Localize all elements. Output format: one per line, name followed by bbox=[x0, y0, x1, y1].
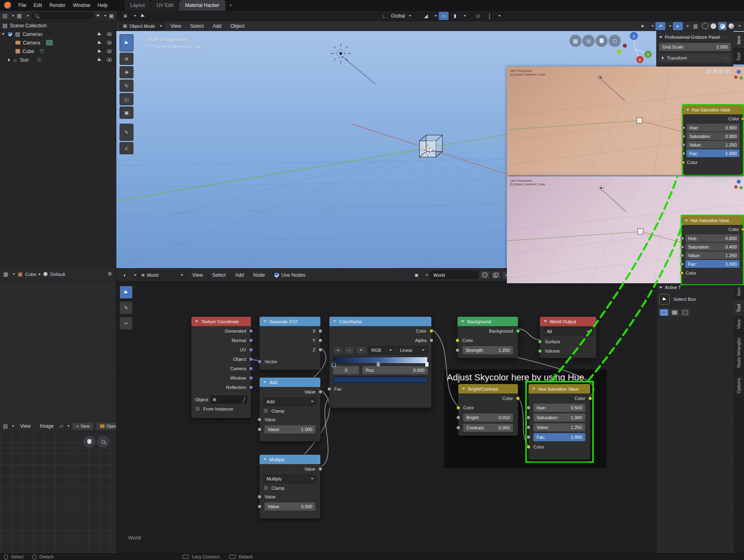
tab-options[interactable]: Options bbox=[733, 373, 744, 398]
node-menu-add[interactable]: Add bbox=[231, 270, 247, 280]
socket-normal[interactable] bbox=[249, 338, 253, 342]
fake-user-shield-icon[interactable] bbox=[480, 271, 489, 279]
outliner-row-cameras[interactable]: ▤ Cameras bbox=[0, 30, 116, 38]
socket-value-out[interactable] bbox=[318, 467, 322, 471]
tool-annotate[interactable]: ✎ bbox=[120, 124, 133, 141]
proportional-editing-icon[interactable]: ◎ bbox=[473, 12, 483, 20]
zoom-icon[interactable] bbox=[609, 35, 621, 47]
cameras-checkbox[interactable] bbox=[8, 32, 12, 36]
gridsize-panel-header[interactable]: Professional Gridsize Panel :::: bbox=[659, 33, 731, 42]
tool-scale[interactable]: ◱ bbox=[120, 93, 133, 105]
socket-z[interactable] bbox=[318, 348, 322, 352]
image-menu-image[interactable]: Image bbox=[36, 420, 57, 432]
add-stop-button[interactable]: + bbox=[333, 347, 343, 354]
hue-field[interactable]: Hue:0.500 bbox=[533, 404, 585, 412]
filter-icon[interactable] bbox=[96, 15, 100, 17]
pin-icon[interactable] bbox=[107, 271, 113, 278]
socket-volume-in[interactable] bbox=[538, 349, 542, 353]
tab-tool[interactable]: Tool bbox=[733, 48, 744, 64]
outliner-filter-mode-icon[interactable]: ▦ bbox=[17, 13, 22, 18]
socket-reflection[interactable] bbox=[249, 385, 253, 389]
mode-select[interactable]: ▣Object Mode bbox=[120, 22, 165, 30]
image-canvas[interactable] bbox=[0, 432, 116, 553]
socket-value-in[interactable] bbox=[526, 425, 531, 429]
new-image-button[interactable]: +New bbox=[72, 422, 93, 430]
socket-surface-in[interactable] bbox=[538, 340, 542, 344]
selectable-icon[interactable] bbox=[98, 49, 102, 53]
socket-color-in[interactable] bbox=[526, 445, 531, 449]
snap-target-icon[interactable]: ◢ bbox=[421, 12, 431, 20]
stop-index-field[interactable]: 0 bbox=[333, 366, 359, 374]
zoom-icon[interactable] bbox=[97, 436, 109, 448]
socket-background-out[interactable] bbox=[516, 329, 520, 333]
browse-image-icon[interactable]: ▱ bbox=[59, 423, 63, 429]
drag-grip-icon[interactable]: :::: bbox=[722, 35, 728, 39]
socket-value-in1[interactable] bbox=[258, 418, 262, 422]
snap-magnet-icon[interactable]: ∩ bbox=[439, 12, 449, 20]
socket-value-in1[interactable] bbox=[258, 495, 262, 499]
socket-contrast-in[interactable] bbox=[456, 426, 460, 430]
open-image-button[interactable]: Open bbox=[96, 422, 116, 430]
tool-select-box[interactable] bbox=[120, 34, 133, 51]
overlays-toggle-icon[interactable]: ◐ bbox=[673, 22, 683, 30]
outliner-row-sun[interactable]: ☼ Sun ☉ bbox=[0, 56, 116, 64]
node-hue-saturation-value[interactable]: Hue Saturation Value Color Hue:0.500 Sat… bbox=[528, 384, 591, 460]
select-mode-subtract-button[interactable] bbox=[680, 309, 690, 316]
fac-field[interactable]: Fac:1.000 bbox=[533, 433, 585, 441]
socket-bright-in[interactable] bbox=[456, 416, 460, 420]
socket-color-out[interactable] bbox=[588, 396, 592, 400]
socket-fac-in[interactable] bbox=[526, 435, 531, 439]
menu-file[interactable]: File bbox=[15, 0, 30, 11]
shading-rendered-icon[interactable] bbox=[728, 23, 735, 29]
outliner-row-camera[interactable]: Camera bbox=[0, 38, 116, 47]
cursor-tool-icon[interactable] bbox=[138, 12, 148, 20]
node-menu-node[interactable]: Node bbox=[250, 270, 269, 280]
socket-color-in[interactable] bbox=[456, 406, 460, 410]
tool-cursor[interactable]: ⊕ bbox=[120, 53, 133, 65]
shader-type-select[interactable]: ◙World bbox=[138, 271, 187, 279]
tab-view[interactable]: View bbox=[733, 316, 744, 332]
eye-icon[interactable] bbox=[107, 41, 112, 44]
snap-with-icon[interactable]: ▮ bbox=[450, 12, 460, 20]
viewport-menu-select[interactable]: Select bbox=[187, 21, 207, 31]
viewport-menu-add[interactable]: Add bbox=[209, 21, 225, 31]
pan-hand-icon[interactable] bbox=[83, 436, 95, 448]
tool-measure[interactable]: ∠ bbox=[120, 142, 133, 154]
eye-icon[interactable] bbox=[107, 58, 112, 62]
browse-world-icon[interactable]: ◙ bbox=[412, 271, 422, 279]
menu-render[interactable]: Render bbox=[46, 0, 69, 11]
visibility-dropdown-icon[interactable] bbox=[638, 22, 648, 30]
transform-panel-header[interactable]: Transform :::: bbox=[659, 53, 731, 62]
node-math-add[interactable]: Add Value Add Clamp Value Value:1.000 bbox=[259, 377, 321, 442]
socket-camera[interactable] bbox=[249, 367, 253, 371]
node-tool-cut[interactable]: ✂ bbox=[120, 317, 133, 330]
select-mode-add-button[interactable] bbox=[670, 309, 680, 316]
socket-y[interactable] bbox=[318, 338, 322, 342]
socket-value-in2[interactable] bbox=[258, 427, 262, 431]
socket-x[interactable] bbox=[318, 329, 322, 333]
disclosure-icon[interactable] bbox=[8, 58, 10, 62]
math-operation-select[interactable]: Multiply bbox=[263, 475, 317, 483]
socket-object[interactable] bbox=[249, 357, 253, 361]
eyedropper-icon[interactable]: ╱ bbox=[242, 397, 245, 402]
tab-item[interactable]: Item bbox=[733, 32, 744, 48]
ramp-options-button[interactable] bbox=[356, 347, 366, 354]
use-nodes-checkbox[interactable] bbox=[274, 272, 279, 278]
editor-type-icon[interactable]: ◐ bbox=[120, 271, 130, 279]
node-colorramp[interactable]: ColorRamp Color Alpha + − RGB Linear 0 P… bbox=[329, 316, 432, 408]
outliner-row-cube[interactable]: Cube ▽ bbox=[0, 47, 116, 56]
select-box-tool[interactable]: Select Box bbox=[659, 292, 731, 306]
viewport-menu-object[interactable]: Object bbox=[227, 21, 249, 31]
output-target-select[interactable]: All bbox=[544, 327, 593, 336]
node-tool-annotate[interactable]: ✎ bbox=[120, 301, 133, 314]
contrast-field[interactable]: Contrast:0.050 bbox=[463, 424, 513, 432]
shading-solid-icon[interactable] bbox=[710, 23, 717, 29]
selectable-icon[interactable] bbox=[98, 58, 102, 62]
breadcrumb-material[interactable]: Default bbox=[50, 272, 65, 277]
bright-field[interactable]: Bright:0.010 bbox=[463, 413, 513, 422]
workspace-tab-layout[interactable]: Layout bbox=[124, 0, 151, 11]
tool-rotate[interactable]: ↻ bbox=[120, 80, 133, 92]
properties-editor-icon[interactable]: ▩ bbox=[3, 271, 8, 277]
breadcrumb-object[interactable]: Cube bbox=[25, 272, 37, 277]
node-separate-xyz[interactable]: Separate XYZ X Y Z Vector bbox=[259, 316, 321, 370]
